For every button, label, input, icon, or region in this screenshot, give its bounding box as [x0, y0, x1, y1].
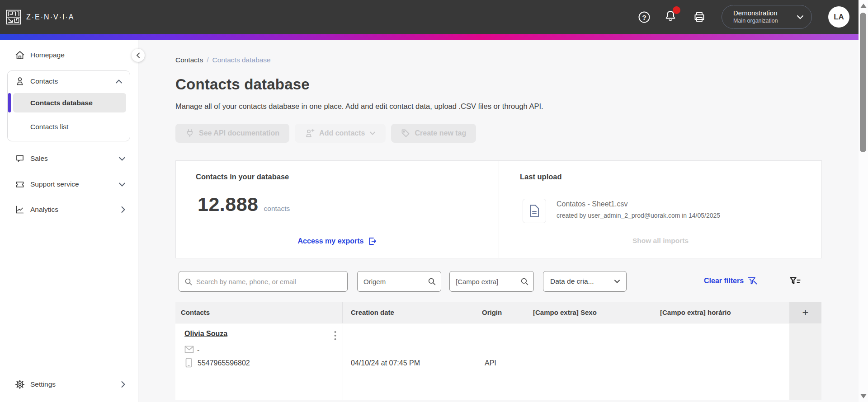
- zenvia-logo-icon: [6, 9, 21, 25]
- table-row: Olivia Souza -: [175, 323, 821, 400]
- sidebar-item-label: Settings: [30, 380, 121, 388]
- file-icon: [528, 204, 540, 218]
- sidebar-item-homepage[interactable]: Homepage: [0, 46, 138, 64]
- sidebar-footer: Settings: [0, 367, 138, 402]
- breadcrumb-contacts[interactable]: Contacts: [175, 56, 203, 64]
- filter-clear-icon: [747, 276, 757, 285]
- add-column-body-strip: [789, 323, 821, 400]
- sidebar-item-contacts-database[interactable]: Contacts database: [13, 93, 126, 112]
- contacts-table: Contacts Creation date Origin [Campo ext…: [175, 302, 821, 400]
- origem-filter-box: [357, 271, 441, 292]
- upload-file-meta: created by user_admin_2_prod@uorak.com i…: [557, 212, 720, 219]
- page-description: Manage all of your contacts database in …: [175, 102, 543, 111]
- contact-email: -: [197, 346, 199, 354]
- avatar-initials: LA: [834, 13, 844, 22]
- home-icon: [15, 50, 25, 60]
- sidebar-item-label: Contacts: [30, 77, 115, 85]
- contacts-count-unit: contacts: [264, 205, 290, 213]
- export-icon: [368, 237, 377, 246]
- file-icon-box: [523, 199, 546, 223]
- scrollbar-thumb[interactable]: [860, 13, 866, 152]
- column-header-origin[interactable]: Origin: [476, 302, 528, 323]
- zenvia-logo[interactable]: Z·E·N·V·I·A: [6, 9, 74, 25]
- brand-gradient-bar: [0, 34, 859, 40]
- sidebar-item-label: Homepage: [30, 51, 138, 59]
- column-header-campo-extra-sexo[interactable]: [Campo extra] Sexo: [528, 302, 652, 323]
- scrollbar-up-icon[interactable]: [860, 4, 867, 8]
- gear-icon: [15, 379, 25, 389]
- contacts-count: 12.888 contacts: [198, 193, 290, 215]
- table-header: Contacts Creation date Origin [Campo ext…: [175, 302, 821, 323]
- column-header-creation-date[interactable]: Creation date: [343, 302, 476, 323]
- scrollbar-down-icon[interactable]: [860, 394, 867, 398]
- chevron-right-icon: [121, 206, 126, 213]
- sidebar-item-contacts-list[interactable]: Contacts list: [13, 118, 126, 136]
- breadcrumb-separator: /: [207, 56, 208, 64]
- add-contacts-button[interactable]: Add contacts: [295, 124, 386, 143]
- organization-switcher[interactable]: Demonstration Main organization: [722, 5, 812, 29]
- see-api-documentation-button[interactable]: See API documentation: [175, 124, 289, 143]
- topbar: Z·E·N·V·I·A ? Demonst: [0, 0, 859, 34]
- page-scrollbar[interactable]: [859, 0, 868, 402]
- sidebar-item-label: Support service: [30, 180, 118, 188]
- clear-filters-button[interactable]: Clear filters: [704, 276, 757, 285]
- contact-search-box: [179, 271, 348, 292]
- advanced-filters-icon[interactable]: [788, 275, 802, 288]
- add-user-icon: [305, 128, 315, 138]
- origem-filter-input[interactable]: [363, 271, 425, 291]
- contacts-count-card: Contacts in your database 12.888 contact…: [176, 161, 499, 258]
- help-icon[interactable]: ?: [637, 10, 651, 24]
- sidebar-item-analytics[interactable]: Analytics: [0, 201, 138, 219]
- access-my-exports-link[interactable]: Access my exports: [176, 237, 499, 246]
- card-title: Contacts in your database: [196, 173, 289, 181]
- organization-subtitle: Main organization: [733, 18, 778, 25]
- contact-name-link[interactable]: Olivia Souza: [184, 330, 227, 338]
- search-input[interactable]: [196, 271, 342, 291]
- column-divider: [343, 323, 343, 400]
- actions-toolbar: See API documentation Add contacts: [175, 124, 476, 143]
- row-menu-button[interactable]: [329, 328, 341, 343]
- sidebar-item-contacts[interactable]: Contacts: [8, 71, 130, 92]
- notifications-bell-icon[interactable]: [664, 9, 677, 23]
- active-item-indicator: [8, 93, 11, 112]
- button-label: Create new tag: [415, 129, 466, 137]
- line-chart-icon: [15, 205, 25, 215]
- sidebar-item-label: Contacts database: [30, 99, 93, 107]
- plug-icon: [185, 129, 194, 138]
- column-header-contacts[interactable]: Contacts: [175, 302, 343, 323]
- sidebar-item-sales[interactable]: Sales: [0, 150, 138, 168]
- user-avatar[interactable]: LA: [828, 6, 849, 28]
- search-icon: [184, 278, 193, 286]
- printer-icon[interactable]: [693, 10, 706, 24]
- campo-extra-filter-input[interactable]: [456, 271, 518, 291]
- sidebar-group-contacts: Contacts Contacts database Contacts list: [7, 70, 130, 141]
- sidebar-item-label: Analytics: [30, 206, 121, 214]
- svg-text:?: ?: [642, 14, 646, 21]
- sidebar: Homepage Contacts Contacts database: [0, 40, 138, 402]
- organization-texts: Demonstration Main organization: [733, 9, 778, 24]
- app-root: Z·E·N·V·I·A ? Demonst: [0, 0, 868, 402]
- email-icon: [184, 346, 194, 353]
- add-column-button[interactable]: +: [789, 302, 821, 323]
- sidebar-item-settings[interactable]: Settings: [0, 375, 138, 393]
- chevron-down-icon: [614, 279, 620, 284]
- user-icon: [15, 76, 25, 86]
- main-content: Contacts / Contacts database Contacts da…: [138, 40, 859, 402]
- notification-badge: [673, 6, 680, 14]
- sidebar-item-support-service[interactable]: Support service: [0, 175, 138, 193]
- create-new-tag-button[interactable]: Create new tag: [391, 124, 476, 143]
- creation-date-filter-select[interactable]: Data de cria...: [543, 271, 627, 292]
- contact-origin: API: [485, 359, 496, 367]
- organization-name: Demonstration: [733, 9, 778, 18]
- contacts-count-value: 12.888: [198, 193, 259, 215]
- stats-panel: Contacts in your database 12.888 contact…: [175, 160, 822, 258]
- column-header-campo-extra-horario[interactable]: [Campo extra] horário: [652, 302, 789, 323]
- tag-icon: [401, 129, 410, 138]
- last-upload-card: Last upload Contatos - Sheet1.csv create…: [499, 161, 822, 258]
- contact-phone: 5547965596802: [198, 359, 250, 367]
- sidebar-item-label: Sales: [30, 154, 118, 163]
- show-all-imports-button[interactable]: Show all imports: [499, 237, 822, 245]
- button-label: Add contacts: [319, 129, 365, 137]
- sidebar-collapse-button[interactable]: [132, 49, 145, 62]
- page-title: Contacts database: [175, 76, 310, 93]
